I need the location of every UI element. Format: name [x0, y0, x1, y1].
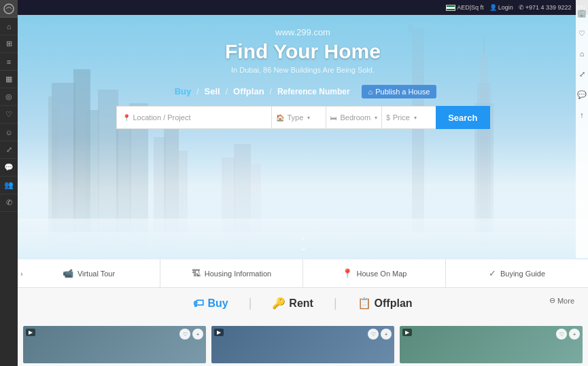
publish-house-button[interactable]: ⌂ Publish a House [362, 85, 437, 98]
card-3-heart-button[interactable]: ♡ [556, 329, 567, 340]
sidebar-chat-icon[interactable]: 💬 [0, 159, 18, 177]
nav-buy[interactable]: Buy [169, 84, 197, 99]
map-icon: 📍 [342, 268, 353, 278]
tab-offplan[interactable]: 📋 Offplan [358, 297, 413, 310]
card-3-actions: ♡ + [556, 329, 580, 340]
sidebar-logo[interactable] [0, 0, 18, 18]
nav-offplan[interactable]: Offplan [228, 84, 270, 99]
tab-separator-2: | [334, 296, 337, 310]
bedroom-placeholder: Bedroom [340, 113, 370, 122]
price-placeholder: Price [393, 113, 410, 122]
sidebar-heart-icon[interactable]: ♡ [0, 106, 18, 124]
sidebar-grid-icon[interactable]: ⊞ [0, 35, 18, 53]
price-icon: $ [386, 114, 390, 122]
sidebar-bars-icon[interactable]: ≡ [0, 53, 18, 71]
video-badge-icon-2: ▶ [217, 329, 221, 335]
content-tabs: 🏷 Buy | 🔑 Rent | 📋 Offplan [18, 288, 588, 316]
sidebar-share-icon[interactable]: ⤢ [0, 141, 18, 159]
sidebar-map-icon[interactable]: ◎ [0, 88, 18, 106]
tab-separator-1: | [249, 296, 252, 310]
more-button[interactable]: ⊖ More [549, 296, 574, 305]
right-sidebar: 🏢 ♡ ⌂ ⤢ 💬 ↑ [576, 0, 588, 258]
video-badge-icon: ▶ [29, 329, 33, 335]
card-1-actions: ♡ + [179, 329, 203, 340]
currency-selector[interactable]: AED|Sq ft [446, 4, 483, 11]
phone-display[interactable]: ✆ +971 4 339 9222 [519, 4, 572, 11]
nav-sell[interactable]: Sell [199, 84, 226, 99]
type-chevron-icon: ▾ [307, 115, 310, 121]
card-2-heart-button[interactable]: ♡ [368, 329, 379, 340]
rent-icon: 🔑 [272, 297, 286, 310]
bedroom-select[interactable]: 🛏 Bedroom ▾ [326, 106, 381, 129]
housing-info-nav[interactable]: 🏗 Housing Information [160, 259, 303, 287]
card-2-video-badge: ▶ [214, 329, 224, 336]
card-1-heart-button[interactable]: ♡ [179, 329, 190, 340]
location-icon: 📍 [122, 114, 131, 122]
login-label: Login [498, 4, 513, 11]
offplan-tab-label: Offplan [375, 297, 413, 310]
login-button[interactable]: 👤 Login [489, 4, 513, 11]
right-arrow-up-icon[interactable]: ↑ [576, 106, 588, 124]
property-cards-row: ▶ ♡ + ▶ ♡ + ▶ ♡ + [18, 326, 588, 363]
bedroom-chevron-icon: ▾ [375, 115, 377, 121]
right-chat-icon[interactable]: 💬 [576, 86, 588, 103]
bottom-navigation: 📹 Virtual Tour 🏗 Housing Information 📍 H… [18, 259, 588, 288]
more-label: More [557, 297, 574, 305]
rent-tab-label: Rent [289, 297, 313, 310]
hero-nav: Buy / Sell / Offplan / Reference Number … [18, 84, 588, 99]
phone-icon: ✆ [519, 4, 524, 11]
tab-rent[interactable]: 🔑 Rent [272, 297, 313, 310]
price-select[interactable]: $ Price ▾ [381, 106, 436, 129]
video-icon: 📹 [63, 268, 73, 278]
search-bar: 📍 Location / Project 🏠 Type ▾ 🛏 Bedroom … [116, 106, 490, 129]
right-building-icon[interactable]: 🏢 [576, 4, 588, 22]
house-map-nav[interactable]: 📍 House On Map [303, 259, 446, 287]
book-icon: ✓ [489, 268, 496, 278]
site-url: www.299.com [18, 27, 588, 37]
video-badge-icon-3: ▶ [405, 329, 409, 335]
buying-guide-label: Buying Guide [500, 270, 545, 278]
card-1-add-button[interactable]: + [192, 329, 203, 340]
type-icon: 🏠 [276, 114, 284, 122]
card-2-add-button[interactable]: + [381, 329, 392, 340]
price-chevron-icon: ▾ [414, 115, 417, 121]
scroll-down-icon[interactable]: ⌄⌄ [299, 231, 307, 253]
type-select[interactable]: 🏠 Type ▾ [271, 106, 326, 129]
publish-label: Publish a House [375, 88, 430, 96]
virtual-tour-nav[interactable]: 📹 Virtual Tour [18, 259, 160, 287]
sidebar-people-icon[interactable]: 👥 [0, 177, 18, 194]
location-placeholder: Location / Project [133, 113, 191, 122]
buying-guide-nav[interactable]: ✓ Buying Guide [446, 259, 588, 287]
card-3-video-badge: ▶ [402, 329, 412, 336]
nav-reference[interactable]: Reference Number [272, 84, 356, 99]
currency-label: AED|Sq ft [457, 4, 483, 11]
building-icon: 🏗 [192, 268, 201, 278]
sidebar-chart-icon[interactable]: ▦ [0, 71, 18, 88]
right-home-icon[interactable]: ⌂ [576, 45, 588, 62]
left-sidebar: ⌂ ⊞ ≡ ▦ ◎ ♡ ☺ ⤢ 💬 👥 ✆ [0, 0, 18, 366]
housing-info-label: Housing Information [205, 270, 271, 278]
property-card-3[interactable]: ▶ ♡ + [400, 326, 583, 363]
location-input[interactable]: 📍 Location / Project [116, 106, 272, 129]
sidebar-home-icon[interactable]: ⌂ [0, 18, 18, 35]
sidebar-user-icon[interactable]: ☺ [0, 124, 18, 141]
property-card-2[interactable]: ▶ ♡ + [211, 326, 394, 363]
bedroom-icon: 🛏 [330, 114, 337, 122]
type-placeholder: Type [287, 113, 303, 122]
right-heart-icon[interactable]: ♡ [576, 24, 588, 42]
more-circle-icon: ⊖ [549, 296, 555, 305]
flag-icon [446, 5, 455, 11]
left-panel-toggle[interactable]: › [18, 263, 26, 284]
tab-buy[interactable]: 🏷 Buy [193, 297, 228, 310]
topbar: AED|Sq ft 👤 Login ✆ +971 4 339 9222 EN [18, 0, 588, 15]
search-button[interactable]: Search [436, 106, 489, 129]
svg-point-0 [4, 4, 14, 14]
card-1-video-badge: ▶ [26, 329, 35, 336]
right-share-icon[interactable]: ⤢ [576, 65, 588, 83]
home-icon: ⌂ [368, 88, 373, 96]
buy-tab-label: Buy [207, 297, 228, 310]
card-3-add-button[interactable]: + [569, 329, 580, 340]
hero-content: www.299.com Find Your Home In Dubai, 86 … [18, 15, 588, 129]
sidebar-phone-icon[interactable]: ✆ [0, 194, 18, 212]
property-card-1[interactable]: ▶ ♡ + [23, 326, 206, 363]
